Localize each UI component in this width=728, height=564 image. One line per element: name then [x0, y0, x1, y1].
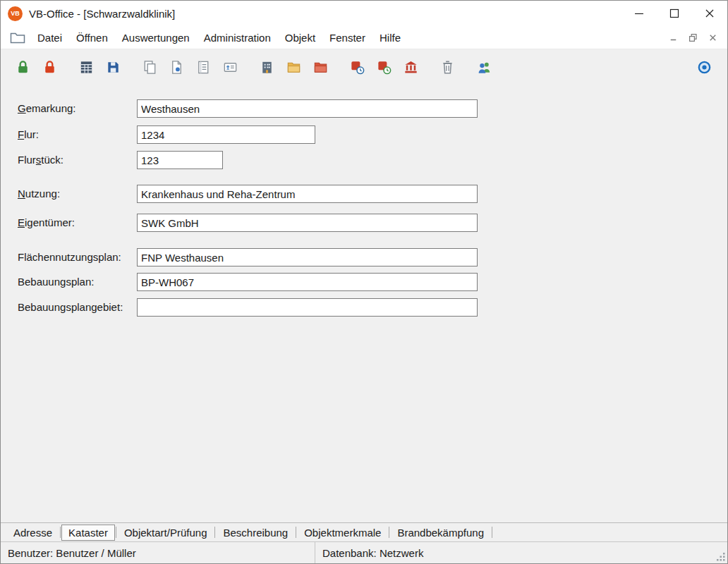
lock-green-icon — [15, 59, 31, 75]
bebauungsplangebiet-label: Bebauungsplangebiet: — [18, 298, 123, 317]
page-new-button[interactable] — [164, 55, 188, 79]
notes-icon — [195, 59, 212, 75]
building-icon — [259, 59, 275, 75]
bank-icon — [403, 59, 419, 75]
maximize-button[interactable] — [657, 1, 692, 26]
save-icon — [105, 59, 121, 75]
gemarkung-input[interactable] — [137, 99, 478, 118]
bebauungsplangebiet-input[interactable] — [137, 298, 478, 317]
mdi-restore-icon — [688, 32, 698, 43]
mdi-close-button[interactable] — [705, 30, 720, 44]
users-button[interactable] — [472, 55, 496, 79]
folder-open-icon — [286, 59, 302, 75]
flaechennutzungsplan-input[interactable] — [137, 248, 478, 266]
copy-button[interactable] — [138, 55, 162, 79]
menu-item-administration[interactable]: Administration — [197, 29, 278, 47]
close-button[interactable] — [692, 1, 727, 26]
eigentuemer-input[interactable] — [137, 214, 478, 232]
folder-import-icon — [313, 59, 329, 75]
history-clock-blue-button[interactable] — [372, 55, 396, 79]
mdi-restore-button[interactable] — [685, 30, 700, 44]
window-title: VB-Office - [Schwarzwaldklinik] — [29, 8, 175, 20]
minimize-icon — [631, 6, 647, 21]
title-bar: VB VB-Office - [Schwarzwaldklinik] — [1, 1, 727, 26]
mdi-minimize-button[interactable] — [665, 30, 681, 44]
tab-separator — [492, 527, 492, 538]
minimize-button[interactable] — [621, 1, 657, 26]
tab-separator — [389, 527, 389, 538]
flurstueck-label: Flurstück: — [18, 151, 63, 169]
tab-adresse[interactable]: Adresse — [6, 525, 59, 540]
lock-red-icon — [42, 59, 58, 75]
lock-green-button[interactable] — [11, 55, 35, 79]
history-clock-red-button[interactable] — [345, 55, 369, 79]
tab-brandbekaempfung[interactable]: Brandbekämpfung — [390, 525, 491, 540]
notes-button[interactable] — [191, 55, 215, 79]
menu-item-fenster[interactable]: Fenster — [322, 29, 372, 47]
flaechennutzungsplan-label: Flächennutzungsplan: — [18, 248, 121, 266]
tab-bar: Adresse Kataster Objektart/Prüfung Besch… — [1, 522, 727, 541]
table-button[interactable] — [74, 55, 98, 79]
copy-icon — [142, 59, 158, 75]
target-icon — [696, 59, 712, 75]
target-button[interactable] — [692, 55, 716, 79]
status-database: Datenbank: Netzwerk — [315, 547, 727, 559]
tab-separator — [296, 527, 296, 538]
save-button[interactable] — [101, 55, 125, 79]
building-button[interactable] — [255, 55, 279, 79]
folder-icon[interactable] — [9, 30, 26, 44]
eigentuemer-label: Eigentümer: — [18, 214, 75, 232]
id-card-icon — [222, 59, 238, 75]
folder-import-button[interactable] — [308, 55, 332, 79]
delete-button[interactable] — [435, 55, 459, 79]
nutzung-label: Nutzung: — [18, 185, 60, 203]
users-icon — [476, 59, 492, 75]
menu-item-oeffnen[interactable]: Öffnen — [69, 29, 115, 47]
menu-item-hilfe[interactable]: Hilfe — [372, 29, 408, 47]
table-icon — [78, 59, 95, 75]
bebauungsplan-input[interactable] — [137, 273, 478, 291]
tab-beschreibung[interactable]: Beschreibung — [216, 525, 295, 540]
flur-label: Flur: — [18, 125, 39, 144]
lock-red-button[interactable] — [37, 55, 61, 79]
flurstueck-input[interactable] — [137, 151, 223, 169]
close-icon — [702, 6, 717, 21]
menu-item-datei[interactable]: Datei — [30, 29, 69, 47]
window-controls — [621, 1, 727, 26]
flur-input[interactable] — [137, 125, 315, 144]
page-new-icon — [169, 59, 185, 75]
tab-separator — [116, 527, 116, 538]
toolbar — [1, 50, 727, 84]
status-bar: Benutzer: Benutzer / Müller Datenbank: N… — [1, 541, 727, 563]
mdi-window-controls — [665, 30, 720, 44]
resize-grip[interactable] — [716, 552, 726, 562]
status-user: Benutzer: Benutzer / Müller — [1, 547, 315, 559]
app-logo-text: VB — [11, 10, 20, 17]
history-clock-blue-icon — [376, 59, 392, 75]
nutzung-input[interactable] — [137, 185, 478, 203]
kataster-form: Gemarkung: Flur: Flurstück: Nutzung: Eig… — [1, 84, 727, 522]
app-logo-icon: VB — [8, 6, 23, 21]
tab-kataster[interactable]: Kataster — [61, 525, 115, 541]
app-window: VB VB-Office - [Schwarzwaldklinik] Datei… — [0, 0, 728, 564]
bebauungsplan-label: Bebauungsplan: — [18, 273, 94, 291]
folder-open-button[interactable] — [281, 55, 305, 79]
bank-button[interactable] — [399, 55, 423, 79]
tab-objektart-pruefung[interactable]: Objektart/Prüfung — [117, 525, 214, 540]
gemarkung-label: Gemarkung: — [18, 99, 76, 118]
tab-separator — [214, 527, 215, 538]
menu-bar: Datei Öffnen Auswertungen Administration… — [1, 26, 727, 49]
mdi-minimize-icon — [668, 32, 679, 43]
mdi-close-icon — [708, 32, 718, 43]
history-clock-red-icon — [349, 59, 365, 75]
id-card-button[interactable] — [218, 55, 242, 79]
tab-separator — [60, 527, 61, 538]
maximize-icon — [667, 6, 682, 21]
menu-item-auswertungen[interactable]: Auswertungen — [115, 29, 197, 47]
tab-objektmerkmale[interactable]: Objektmerkmale — [297, 525, 388, 540]
trash-icon — [439, 59, 456, 75]
menu-item-objekt[interactable]: Objekt — [278, 29, 322, 47]
